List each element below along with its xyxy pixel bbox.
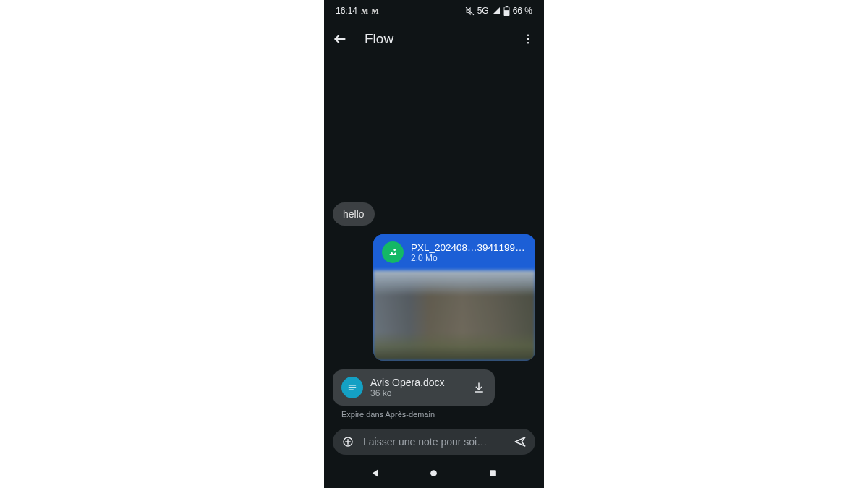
more-menu-button[interactable] bbox=[521, 32, 535, 46]
download-button[interactable] bbox=[472, 380, 486, 395]
nav-recent-button[interactable] bbox=[486, 466, 499, 479]
svg-point-17 bbox=[431, 470, 438, 476]
svg-point-5 bbox=[527, 34, 529, 36]
file-size: 36 ko bbox=[370, 388, 464, 398]
image-filename: PXL_202408…3941199.jpg bbox=[411, 242, 527, 253]
notification-icon: M bbox=[361, 7, 367, 15]
image-preview[interactable] bbox=[373, 270, 535, 361]
phone-frame: 16:14 M M 5G 66 % Flow hello bbox=[324, 0, 544, 488]
conversation-area: hello PXL_202408…3941199.jpg 2,0 Mo Avis… bbox=[324, 56, 544, 424]
message-content: hello bbox=[343, 208, 365, 220]
message-file-card[interactable]: Avis Opera.docx 36 ko bbox=[333, 369, 495, 406]
network-label: 5G bbox=[477, 6, 489, 16]
nav-home-button[interactable] bbox=[427, 466, 441, 479]
attach-button[interactable] bbox=[341, 435, 354, 448]
mute-icon bbox=[465, 7, 475, 16]
signal-icon bbox=[492, 7, 501, 15]
clock: 16:14 bbox=[336, 6, 357, 16]
svg-point-7 bbox=[527, 42, 529, 44]
image-filesize: 2,0 Mo bbox=[411, 253, 527, 263]
image-header: PXL_202408…3941199.jpg 2,0 Mo bbox=[373, 234, 535, 270]
status-bar: 16:14 M M 5G 66 % bbox=[324, 0, 544, 22]
app-header: Flow bbox=[324, 22, 544, 56]
svg-point-8 bbox=[393, 249, 396, 251]
file-name: Avis Opera.docx bbox=[370, 377, 464, 388]
message-text[interactable]: hello bbox=[333, 202, 375, 226]
note-input[interactable]: Laisser une note pour soi… bbox=[363, 436, 505, 448]
svg-point-6 bbox=[527, 38, 529, 40]
battery-icon bbox=[503, 6, 510, 16]
image-icon bbox=[382, 241, 404, 263]
page-title: Flow bbox=[365, 31, 503, 47]
svg-rect-18 bbox=[490, 470, 496, 476]
composer: Laisser une note pour soi… bbox=[333, 429, 535, 455]
system-nav-bar bbox=[324, 458, 544, 488]
svg-rect-3 bbox=[504, 10, 509, 16]
notification-icon: M bbox=[371, 7, 378, 15]
expire-label: Expire dans Après-demain bbox=[333, 410, 535, 419]
document-icon bbox=[341, 377, 363, 398]
nav-back-button[interactable] bbox=[369, 466, 382, 479]
back-button[interactable] bbox=[333, 32, 347, 46]
status-left: 16:14 M M bbox=[336, 6, 378, 16]
battery-label: 66 % bbox=[513, 6, 532, 16]
message-image-card[interactable]: PXL_202408…3941199.jpg 2,0 Mo bbox=[373, 234, 535, 361]
send-button[interactable] bbox=[514, 435, 527, 448]
status-right: 5G 66 % bbox=[465, 6, 532, 16]
